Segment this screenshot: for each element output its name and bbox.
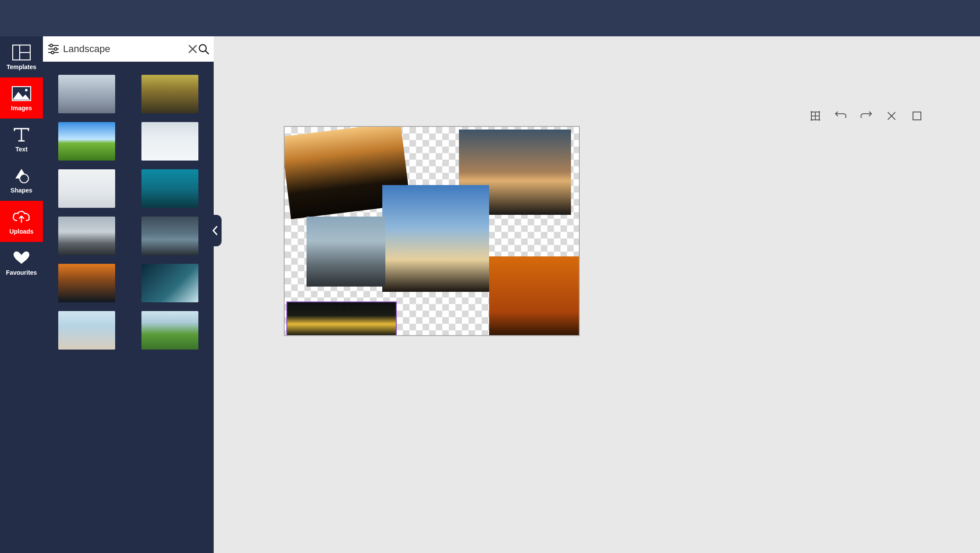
svg-point-9 <box>54 48 57 50</box>
shapes-icon <box>11 168 32 184</box>
sidebar-item-uploads[interactable]: Uploads <box>0 201 43 242</box>
svg-line-13 <box>205 51 208 54</box>
sidebar-item-favourites[interactable]: Favourites <box>0 242 43 283</box>
close-button[interactable] <box>885 110 898 122</box>
image-thumbnail[interactable] <box>58 217 115 255</box>
sidebar-item-label: Templates <box>7 63 36 70</box>
canvas-photo[interactable] <box>382 185 489 292</box>
templates-icon <box>11 44 32 61</box>
image-thumbnail[interactable] <box>58 75 115 113</box>
canvas-area <box>214 36 980 553</box>
top-bar <box>0 0 980 36</box>
grid-icon <box>810 111 821 121</box>
fullscreen-button[interactable] <box>911 110 923 122</box>
images-panel <box>43 36 214 553</box>
image-thumbnail[interactable] <box>58 169 115 208</box>
image-thumbnail[interactable] <box>141 169 198 208</box>
sidebar: Resize Templates Images <box>0 36 43 553</box>
clear-search-button[interactable] <box>187 44 198 54</box>
grid-toggle-button[interactable] <box>809 110 821 122</box>
svg-rect-21 <box>913 112 921 120</box>
undo-button[interactable] <box>835 110 847 122</box>
redo-icon <box>860 112 872 120</box>
search-icon[interactable] <box>198 43 209 55</box>
image-thumbnail[interactable] <box>141 122 198 161</box>
canvas-photo[interactable] <box>287 302 396 336</box>
images-icon <box>11 85 32 102</box>
search-bar <box>43 36 214 62</box>
uploads-icon <box>11 209 32 225</box>
sidebar-item-shapes[interactable]: Shapes <box>0 160 43 201</box>
sidebar-item-label: Images <box>11 105 32 112</box>
sidebar-item-text[interactable]: Text <box>0 119 43 160</box>
image-thumbnail[interactable] <box>58 311 115 350</box>
undo-icon <box>835 112 847 120</box>
svg-point-7 <box>50 44 53 47</box>
search-input[interactable] <box>60 43 187 55</box>
chevron-left-icon <box>212 226 218 235</box>
text-icon <box>11 126 32 143</box>
sidebar-item-label: Shapes <box>11 187 32 194</box>
square-icon <box>912 111 922 121</box>
sidebar-item-label: Uploads <box>9 228 33 235</box>
artboard[interactable] <box>284 126 580 336</box>
favourites-icon <box>11 250 32 266</box>
canvas-toolbar <box>809 110 923 122</box>
close-icon <box>887 112 896 120</box>
image-thumbnail[interactable] <box>58 122 115 161</box>
svg-point-11 <box>51 51 54 54</box>
svg-point-5 <box>20 174 28 183</box>
image-thumbnail[interactable] <box>141 217 198 255</box>
canvas-photo[interactable] <box>489 256 579 336</box>
image-thumbnail[interactable] <box>141 264 198 302</box>
image-thumbnail[interactable] <box>141 75 198 113</box>
filter-icon[interactable] <box>47 43 60 55</box>
svg-point-4 <box>25 89 28 91</box>
image-thumbnail[interactable] <box>58 264 115 302</box>
image-thumbnail[interactable] <box>141 311 198 350</box>
collapse-panel-button[interactable] <box>208 215 222 246</box>
sidebar-item-label: Favourites <box>6 269 37 276</box>
image-results-grid <box>43 62 214 553</box>
sidebar-item-templates[interactable]: Templates <box>0 36 43 77</box>
redo-button[interactable] <box>860 110 872 122</box>
canvas-photo[interactable] <box>307 217 385 287</box>
sidebar-item-images[interactable]: Images <box>0 77 43 119</box>
sidebar-item-label: Text <box>15 146 28 153</box>
app-main: Resize Templates Images <box>0 36 980 553</box>
